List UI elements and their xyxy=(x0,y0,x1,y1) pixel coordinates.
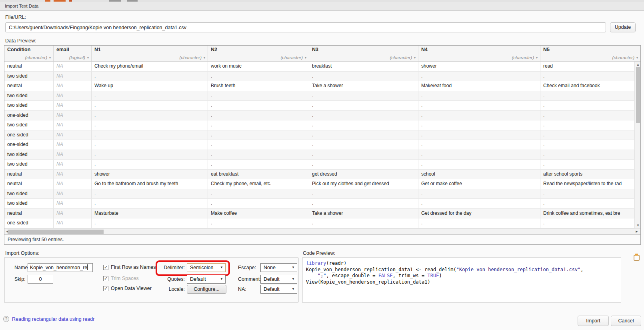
name-input[interactable]: Kopie_von_henderson_re xyxy=(28,263,93,272)
skip-label: Skip: xyxy=(14,275,26,284)
dialog-title: Import Text Data xyxy=(5,4,38,8)
table-cell: . xyxy=(309,130,418,140)
escape-select[interactable]: None▼ xyxy=(260,263,297,272)
table-cell: NA xyxy=(54,218,92,228)
update-button[interactable]: Update xyxy=(610,22,636,32)
table-row: neutralNAGo to the bathroom and brush my… xyxy=(4,179,635,189)
table-cell: . xyxy=(92,91,208,101)
checkbox-check-icon: ✓ xyxy=(103,276,108,281)
table-cell: . xyxy=(208,150,309,160)
cancel-button[interactable]: Cancel xyxy=(611,316,641,326)
column-menu-icon[interactable]: ▾ xyxy=(204,56,205,60)
table-cell: . xyxy=(418,101,540,110)
table-cell: NA xyxy=(54,72,92,81)
table-cell: . xyxy=(208,101,309,110)
table-cell: . xyxy=(418,140,540,150)
help-link[interactable]: Reading rectangular data using readr xyxy=(12,316,94,322)
table-cell: two sided xyxy=(4,199,54,208)
copy-code-icon[interactable] xyxy=(634,254,640,261)
table-row: two sidedNA..... xyxy=(4,91,635,101)
comment-label: Comment: xyxy=(238,275,261,284)
table-cell: Check my phone, email, etc. xyxy=(208,179,309,189)
horizontal-scrollbar-thumb[interactable] xyxy=(8,230,104,234)
import-options-panel: Name: Kopie_von_henderson_re Skip: 0 ✓Fi… xyxy=(4,258,298,302)
table-cell: . xyxy=(92,140,208,150)
table-cell: . xyxy=(208,111,309,120)
table-cell: . xyxy=(92,101,208,110)
configure-locale-button[interactable]: Configure... xyxy=(187,285,226,294)
na-label: NA: xyxy=(238,285,246,294)
dialog-title-bar: Import Text Data xyxy=(0,2,644,11)
table-cell: . xyxy=(208,199,309,208)
column-name: Condition xyxy=(7,47,51,52)
scroll-down-icon[interactable]: ▼ xyxy=(635,224,641,227)
background-mark xyxy=(127,0,138,2)
column-name: N3 xyxy=(312,47,416,52)
table-cell: . xyxy=(208,218,309,228)
column-menu-icon[interactable]: ▾ xyxy=(414,56,416,60)
vertical-scrollbar[interactable]: ▲ ▼ xyxy=(635,62,640,228)
column-header-n5[interactable]: N5(character)▾ xyxy=(540,46,640,61)
quotes-value: Default xyxy=(190,276,206,282)
table-cell: . xyxy=(540,130,635,140)
column-name: N2 xyxy=(211,47,306,52)
scroll-up-icon[interactable]: ▲ xyxy=(635,63,641,66)
vertical-scrollbar-thumb[interactable] xyxy=(636,67,640,123)
import-button[interactable]: Import xyxy=(578,316,609,326)
column-menu-icon[interactable]: ▾ xyxy=(536,56,538,60)
column-name: email xyxy=(56,47,89,52)
table-cell: . xyxy=(309,150,418,160)
table-cell: . xyxy=(208,130,309,140)
column-name: N4 xyxy=(421,47,538,52)
table-cell: . xyxy=(540,160,635,169)
table-cell: after school sports xyxy=(540,170,635,179)
table-cell: . xyxy=(540,111,635,120)
column-header-n1[interactable]: N1(character)▾ xyxy=(92,46,208,61)
table-cell: Check my phone/email xyxy=(92,62,208,71)
text-cursor xyxy=(87,264,88,270)
column-header-n2[interactable]: N2(character)▾ xyxy=(208,46,309,61)
table-cell: NA xyxy=(54,140,92,150)
table-cell: . xyxy=(309,111,418,120)
file-url-input[interactable] xyxy=(5,22,606,32)
table-cell: breakfast xyxy=(309,62,418,71)
table-cell: . xyxy=(208,160,309,169)
skip-input[interactable]: 0 xyxy=(28,275,53,284)
table-cell: . xyxy=(309,101,418,110)
table-row: two sidedNA..... xyxy=(4,72,635,82)
column-menu-icon[interactable]: ▾ xyxy=(636,56,638,60)
help-icon[interactable]: ? xyxy=(3,316,9,322)
column-header-condition[interactable]: Condition(character)▾ xyxy=(4,46,54,61)
table-cell: shower xyxy=(92,170,208,179)
table-cell: Wake up xyxy=(92,81,208,91)
horizontal-scrollbar[interactable]: ◀ ▶ xyxy=(4,228,640,234)
table-cell: NA xyxy=(54,160,92,169)
table-cell: . xyxy=(92,160,208,169)
table-cell: eat breakfast xyxy=(208,170,309,179)
table-cell: Masturbate xyxy=(92,209,208,218)
column-header-n3[interactable]: N3(character)▾ xyxy=(309,46,418,61)
file-url-label: File/URL: xyxy=(5,14,26,20)
table-cell: two sided xyxy=(4,72,54,81)
delimiter-select[interactable]: Semicolon▼ xyxy=(187,263,226,272)
scroll-right-icon[interactable]: ▶ xyxy=(634,230,640,233)
data-preview-label: Data Preview: xyxy=(5,38,36,44)
table-cell: NA xyxy=(54,150,92,160)
table-cell: . xyxy=(418,111,540,120)
clipboard-clip xyxy=(635,254,638,256)
quotes-select[interactable]: Default▼ xyxy=(187,275,226,284)
column-header-n4[interactable]: N4(character)▾ xyxy=(418,46,540,61)
na-select[interactable]: Default▼ xyxy=(260,285,297,294)
table-header-row: Condition(character)▾email(logical)▾N1(c… xyxy=(4,46,640,62)
table-cell: . xyxy=(309,160,418,169)
code-preview-content: library(readr)Kopie_von_henderson_replic… xyxy=(302,258,621,285)
table-cell: . xyxy=(540,199,635,208)
column-header-email[interactable]: email(logical)▾ xyxy=(54,46,92,61)
table-cell: . xyxy=(309,72,418,81)
table-cell: NA xyxy=(54,62,92,71)
column-menu-icon[interactable]: ▾ xyxy=(49,56,51,60)
column-menu-icon[interactable]: ▾ xyxy=(87,56,89,60)
column-menu-icon[interactable]: ▾ xyxy=(305,56,306,60)
comment-select[interactable]: Default▼ xyxy=(260,275,297,284)
table-cell: . xyxy=(208,140,309,150)
